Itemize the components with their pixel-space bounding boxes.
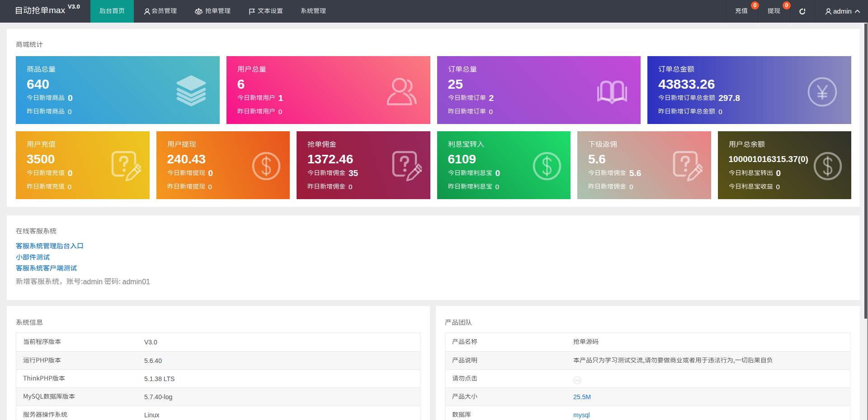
svg-text:404: 404: [575, 379, 580, 382]
